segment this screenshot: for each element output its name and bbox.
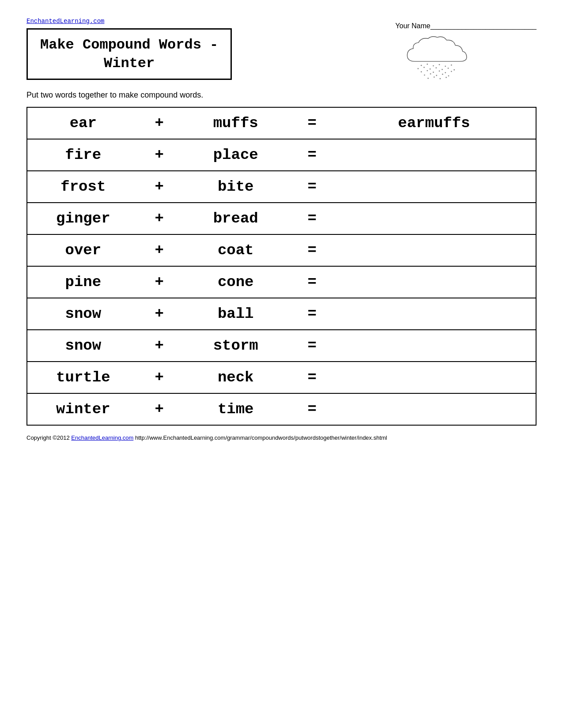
answer-cell [333,298,536,330]
eq-cell: = [292,139,333,171]
word2-cell: muffs [180,107,292,139]
title-box: Make Compound Words - Winter [26,28,232,80]
instructions-text: Put two words together to make compound … [26,91,537,100]
svg-point-3 [439,64,440,65]
word1-cell: snow [27,298,139,330]
title-line1: Make Compound Words - [40,37,218,53]
svg-point-26 [440,78,441,79]
answer-cell [333,203,536,234]
svg-point-7 [423,67,425,68]
answer-cell [333,362,536,393]
svg-point-14 [427,70,428,72]
svg-point-22 [442,74,443,75]
answer-cell [333,139,536,171]
eq-cell: = [292,234,333,266]
word2-cell: cone [180,266,292,298]
plus-cell: + [139,139,180,171]
word1-cell: ear [27,107,139,139]
svg-point-19 [424,75,425,76]
site-link-top[interactable]: EnchantedLearning.com [26,18,104,25]
svg-point-25 [434,76,435,78]
word2-cell: bite [180,171,292,203]
svg-point-1 [427,64,428,65]
cloud-illustration [395,35,484,79]
svg-point-15 [433,72,434,73]
word1-cell: frost [27,171,139,203]
footer-copyright: Copyright ©2012 [26,434,71,441]
eq-cell: = [292,298,333,330]
title-line2: Winter [104,55,155,72]
plus-cell: + [139,171,180,203]
table-row: snow+storm= [27,330,536,362]
eq-cell: = [292,393,333,425]
answer-cell [333,234,536,266]
table-row: winter+time= [27,393,536,425]
svg-point-6 [418,68,419,69]
svg-point-12 [454,69,455,71]
eq-cell: = [292,330,333,362]
svg-point-2 [433,65,434,67]
svg-point-8 [430,68,431,70]
svg-point-4 [445,66,446,67]
answer-cell: earmuffs [333,107,536,139]
svg-point-17 [445,72,446,73]
word1-cell: fire [27,139,139,171]
table-row: over+coat= [27,234,536,266]
word1-cell: winter [27,393,139,425]
word1-cell: over [27,234,139,266]
eq-cell: = [292,171,333,203]
svg-point-9 [436,67,437,68]
table-row: pine+cone= [27,266,536,298]
svg-point-27 [446,77,447,78]
answer-cell [333,393,536,425]
word1-cell: ginger [27,203,139,234]
plus-cell: + [139,362,180,393]
plus-cell: + [139,298,180,330]
table-row: turtle+neck= [27,362,536,393]
svg-point-23 [448,75,450,76]
footer-url: http://www.EnchantedLearning.com/grammar… [135,434,387,441]
plus-cell: + [139,266,180,298]
plus-cell: + [139,234,180,266]
word2-cell: time [180,393,292,425]
svg-point-10 [442,69,443,70]
plus-cell: + [139,330,180,362]
left-header: EnchantedLearning.com Make Compound Word… [26,18,232,80]
word1-cell: turtle [27,362,139,393]
top-section: EnchantedLearning.com Make Compound Word… [26,18,537,80]
word2-cell: neck [180,362,292,393]
svg-point-5 [451,64,452,66]
svg-point-20 [430,73,431,75]
svg-point-11 [448,68,449,69]
table-row: ear+muffs=earmuffs [27,107,536,139]
svg-point-24 [427,78,429,79]
table-row: fire+place= [27,139,536,171]
svg-point-13 [421,71,422,72]
answer-cell [333,330,536,362]
table-row: snow+ball= [27,298,536,330]
svg-point-0 [421,65,422,66]
eq-cell: = [292,107,333,139]
svg-point-16 [439,71,440,72]
plus-cell: + [139,203,180,234]
eq-cell: = [292,203,333,234]
plus-cell: + [139,107,180,139]
footer-site-link[interactable]: EnchantedLearning.com [71,434,133,441]
word2-cell: place [180,139,292,171]
footer: Copyright ©2012 EnchantedLearning.com ht… [26,434,537,441]
word2-cell: bread [180,203,292,234]
your-name-label: Your Name___________________________ [395,22,537,30]
svg-point-21 [436,75,438,76]
table-row: ginger+bread= [27,203,536,234]
compound-words-table: ear+muffs=earmuffsfire+place=frost+bite=… [26,107,537,426]
right-header: Your Name___________________________ [395,18,537,79]
plus-cell: + [139,393,180,425]
eq-cell: = [292,266,333,298]
word1-cell: pine [27,266,139,298]
answer-cell [333,266,536,298]
svg-point-18 [451,71,452,72]
word2-cell: coat [180,234,292,266]
word2-cell: storm [180,330,292,362]
word1-cell: snow [27,330,139,362]
eq-cell: = [292,362,333,393]
